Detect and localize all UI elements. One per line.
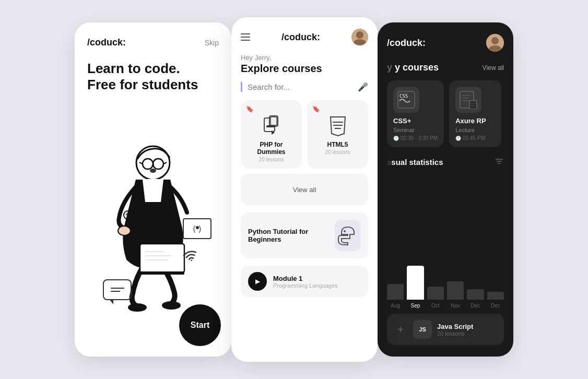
headline-line2: Free for students xyxy=(87,77,198,92)
php-name: PHP for Dummies xyxy=(247,141,296,156)
svg-point-8 xyxy=(128,303,147,312)
svg-rect-23 xyxy=(266,125,275,127)
bar-oct-fill xyxy=(427,287,444,300)
logo-screen3: /coduck: xyxy=(387,38,426,49)
mic-icon[interactable]: 🎤 xyxy=(358,82,368,92)
stats-filter-icon[interactable] xyxy=(495,157,504,168)
play-button[interactable]: ▶ xyxy=(248,272,267,291)
label-aug: Aug xyxy=(387,303,404,309)
screen1-topbar: /coduck: Skip xyxy=(87,37,219,48)
stats-header: ssual statistics xyxy=(387,157,504,168)
dark-courses-scroll: CSS CSS+ Seminar 🕐 02:30 - 3:30 PM xyxy=(387,80,504,147)
svg-point-7 xyxy=(118,226,131,235)
monitor-decoration: ( ) xyxy=(183,218,211,239)
search-input[interactable] xyxy=(248,82,354,91)
axure-type: Lecture xyxy=(455,127,495,133)
php-lessons: 20 lessons xyxy=(247,157,296,162)
course-card-html5[interactable]: 🔖 HTML5 20 lessons xyxy=(307,100,368,169)
label-nov: Nov xyxy=(447,303,464,309)
chart-labels: Aug Sep Oct Nov Dec Dec xyxy=(387,303,504,309)
logo-screen1: /coduck: xyxy=(87,37,126,48)
svg-point-18 xyxy=(356,31,363,39)
python-card[interactable]: Python Tutorial for Beginners xyxy=(241,212,368,258)
css-course-icon: CSS xyxy=(393,87,419,113)
svg-point-6 xyxy=(150,169,156,173)
hamburger-menu[interactable] xyxy=(241,33,250,41)
bar-oct xyxy=(427,287,444,300)
my-courses-header: y y courses View all xyxy=(387,62,504,73)
css-type: Seminar xyxy=(393,127,438,133)
bubble-lines xyxy=(111,288,124,292)
module-title: Module 1 xyxy=(273,275,338,282)
css-time: 🕐 02:30 - 3:30 PM xyxy=(393,135,438,141)
chart-bars xyxy=(387,258,504,300)
js-course-info: Java Script 20 lessons xyxy=(437,323,473,337)
bar-nov xyxy=(447,281,464,300)
svg-rect-22 xyxy=(271,117,277,125)
screen2-topbar: /coduck: xyxy=(241,29,368,45)
svg-point-9 xyxy=(162,301,181,310)
view-all-label: View all xyxy=(293,186,316,194)
axure-time: 🕐 01:45 PM xyxy=(455,135,495,141)
stats-title: ssual statistics xyxy=(387,158,443,167)
svg-text:CSS: CSS xyxy=(399,93,408,99)
html5-icon xyxy=(326,115,349,138)
screen2-content: /coduck: Hey Jerry, Explore courses 🎤 xyxy=(231,17,378,362)
label-dec2: Dec xyxy=(487,303,504,309)
user-avatar-dark xyxy=(486,34,504,52)
bracket-decoration2: ) xyxy=(199,224,202,233)
label-dec1: Dec xyxy=(467,303,484,309)
screens-container: /coduck: Skip Learn to code. Free for st… xyxy=(0,0,588,379)
axure-title: Axure RP xyxy=(455,117,495,125)
js-lessons: 20 lessons xyxy=(437,330,473,337)
bar-dec1 xyxy=(467,289,484,300)
bar-dec2 xyxy=(487,292,504,300)
start-button[interactable]: Start xyxy=(179,304,221,346)
bookmark-icon: 🔖 xyxy=(246,105,254,113)
screen-dark: /coduck: y y courses View all xyxy=(378,22,513,357)
courses-grid: 🔖 PHP for Dummies 20 lessons xyxy=(241,100,368,205)
label-oct: Oct xyxy=(427,303,444,309)
screen3-topbar: /coduck: xyxy=(387,34,504,52)
python-icon xyxy=(335,220,361,251)
svg-rect-39 xyxy=(469,101,477,109)
svg-point-1 xyxy=(143,159,153,169)
module-info: Module 1 Programming Languages xyxy=(273,275,338,289)
svg-rect-11 xyxy=(140,271,184,275)
skip-button[interactable]: Skip xyxy=(205,39,219,47)
logo-screen2: /coduck: xyxy=(281,32,320,43)
svg-point-31 xyxy=(491,37,499,44)
php-icon xyxy=(260,115,283,138)
course-card-php[interactable]: 🔖 PHP for Dummies 20 lessons xyxy=(241,100,302,169)
my-courses-title: y y courses xyxy=(387,62,439,73)
headline-line1: Learn to code. xyxy=(87,61,180,76)
bar-nov-fill xyxy=(447,281,464,300)
add-button[interactable]: + xyxy=(393,322,408,337)
svg-point-2 xyxy=(153,159,163,169)
explore-title: Explore courses xyxy=(241,63,368,75)
bar-sep xyxy=(407,266,424,300)
dark-course-css[interactable]: CSS CSS+ Seminar 🕐 02:30 - 3:30 PM xyxy=(387,80,444,147)
dark-course-axure[interactable]: Axure RP Lecture 🕐 01:45 PM xyxy=(449,80,501,147)
js-title: Java Script xyxy=(437,323,473,330)
html5-lessons: 20 lessons xyxy=(313,149,362,155)
svg-point-16 xyxy=(191,259,193,262)
view-all-card[interactable]: View all xyxy=(241,174,368,205)
bar-aug xyxy=(387,284,404,300)
screen-explore: /coduck: Hey Jerry, Explore courses 🎤 xyxy=(231,17,378,362)
module-sub: Programming Languages xyxy=(273,282,338,289)
dark-view-all[interactable]: View all xyxy=(483,64,504,72)
svg-marker-25 xyxy=(331,117,345,136)
bracket-decoration: ( xyxy=(193,224,196,233)
svg-rect-10 xyxy=(140,244,184,273)
search-bar: 🎤 xyxy=(241,82,368,92)
css-title: CSS+ xyxy=(393,117,438,125)
py-info: Python Tutorial for Beginners xyxy=(248,228,328,243)
axure-course-icon xyxy=(455,87,481,113)
python-title: Python Tutorial for Beginners xyxy=(248,228,328,243)
svg-point-29 xyxy=(344,230,346,232)
module-card[interactable]: ▶ Module 1 Programming Languages xyxy=(241,266,368,297)
screen-onboarding: /coduck: Skip Learn to code. Free for st… xyxy=(75,22,231,357)
bar-dec2-fill xyxy=(487,292,504,300)
js-badge: JS xyxy=(413,320,432,339)
